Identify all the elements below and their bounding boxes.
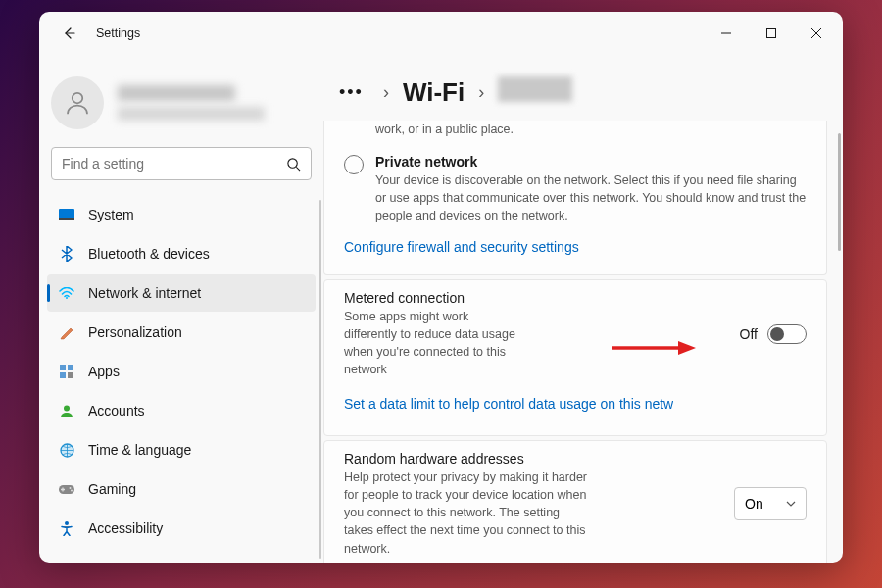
svg-point-15	[65, 521, 69, 525]
settings-window: Settings	[39, 12, 843, 563]
maximize-icon	[766, 28, 776, 38]
arrow-left-icon	[61, 25, 76, 41]
breadcrumb-network-name	[498, 76, 572, 109]
svg-point-13	[70, 487, 72, 489]
svg-rect-4	[59, 218, 74, 220]
svg-point-5	[66, 297, 68, 299]
gaming-icon	[59, 481, 74, 497]
private-network-option[interactable]: Private network Your device is discovera…	[344, 146, 807, 232]
maximize-button[interactable]	[749, 16, 794, 51]
profile-text	[118, 85, 265, 121]
nav-label: Accounts	[88, 403, 145, 418]
svg-rect-0	[767, 29, 776, 38]
search-input[interactable]	[62, 156, 286, 172]
avatar	[51, 76, 104, 129]
window-controls	[704, 16, 839, 51]
nav-item-accounts[interactable]: Accounts	[47, 392, 316, 429]
random-hw-title: Random hardware addresses	[344, 451, 589, 466]
breadcrumb-wifi[interactable]: Wi‑Fi	[403, 77, 465, 108]
back-button[interactable]	[53, 18, 84, 49]
chevron-down-icon	[786, 501, 796, 507]
scroll-area[interactable]: work, or in a public place. Private netw…	[323, 121, 843, 563]
bluetooth-icon	[59, 246, 74, 262]
titlebar: Settings	[39, 12, 843, 55]
metered-title: Metered connection	[344, 290, 520, 306]
network-icon	[59, 285, 74, 301]
accounts-icon	[59, 403, 74, 418]
nav-label: Bluetooth & devices	[88, 246, 210, 262]
radio-private[interactable]	[344, 155, 364, 174]
network-name-redacted	[498, 76, 572, 102]
public-network-desc-tail: work, or in a public place.	[375, 121, 807, 138]
nav-label: Gaming	[88, 481, 136, 497]
nav-item-apps[interactable]: Apps	[47, 353, 316, 390]
private-network-desc: Your device is discoverable on the netwo…	[375, 172, 807, 224]
breadcrumb: ••• › Wi‑Fi ›	[323, 55, 843, 121]
breadcrumb-more-button[interactable]: •••	[333, 78, 369, 107]
chevron-right-icon: ›	[478, 82, 484, 103]
nav-item-system[interactable]: System	[47, 196, 316, 233]
content-pane: ••• › Wi‑Fi › work, or in a public place…	[323, 55, 843, 563]
configure-firewall-link[interactable]: Configure firewall and security settings	[344, 233, 579, 261]
nav-item-accessibility[interactable]: Accessibility	[47, 510, 316, 547]
random-hw-desc: Help protect your privacy by making it h…	[344, 468, 589, 558]
svg-rect-9	[68, 372, 74, 378]
metered-connection-card: Metered connection Some apps might work …	[323, 279, 827, 437]
svg-point-10	[64, 406, 70, 412]
time-language-icon	[59, 442, 74, 458]
close-icon	[811, 28, 821, 38]
svg-point-2	[288, 158, 297, 167]
nav-item-gaming[interactable]: Gaming	[47, 470, 316, 508]
random-hw-card: Random hardware addresses Help protect y…	[323, 440, 827, 563]
network-profile-card: work, or in a public place. Private netw…	[323, 121, 827, 275]
chevron-right-icon: ›	[383, 82, 389, 103]
person-icon	[63, 88, 92, 118]
svg-point-14	[71, 489, 73, 491]
svg-rect-6	[60, 365, 66, 370]
sidebar: System Bluetooth & devices Network & int…	[39, 55, 323, 563]
nav-label: Network & internet	[88, 285, 201, 301]
nav-label: Personalization	[88, 324, 182, 340]
private-network-title: Private network	[375, 154, 807, 170]
nav-list: System Bluetooth & devices Network & int…	[39, 196, 323, 563]
svg-rect-8	[60, 372, 66, 378]
nav-item-bluetooth[interactable]: Bluetooth & devices	[47, 235, 316, 272]
random-hw-dropdown[interactable]: On	[734, 487, 807, 520]
search-box[interactable]	[51, 147, 312, 180]
apps-icon	[59, 364, 74, 379]
accessibility-icon	[59, 520, 74, 536]
nav-label: Accessibility	[88, 520, 163, 536]
metered-toggle-label: Off	[740, 326, 758, 342]
system-icon	[59, 207, 74, 222]
profile-section[interactable]	[39, 76, 323, 147]
svg-rect-7	[68, 365, 74, 370]
app-title: Settings	[96, 26, 140, 40]
metered-toggle[interactable]	[767, 324, 807, 344]
metered-desc: Some apps might work differently to redu…	[344, 308, 520, 379]
nav-label: Apps	[88, 364, 120, 379]
nav-item-time-language[interactable]: Time & language	[47, 431, 316, 468]
minimize-button[interactable]	[704, 16, 749, 51]
dropdown-value: On	[745, 496, 763, 512]
minimize-icon	[721, 28, 731, 38]
personalization-icon	[59, 324, 74, 340]
nav-label: Time & language	[88, 442, 191, 458]
nav-label: System	[88, 207, 134, 222]
data-limit-link[interactable]: Set a data limit to help control data us…	[344, 390, 673, 417]
nav-item-personalization[interactable]: Personalization	[47, 314, 316, 351]
nav-item-network[interactable]: Network & internet	[47, 274, 316, 312]
search-icon	[286, 157, 301, 172]
profile-email-redacted	[118, 107, 265, 121]
content-scrollbar[interactable]	[838, 133, 841, 251]
close-button[interactable]	[794, 16, 839, 51]
profile-name-redacted	[118, 85, 235, 101]
svg-point-1	[73, 93, 83, 104]
